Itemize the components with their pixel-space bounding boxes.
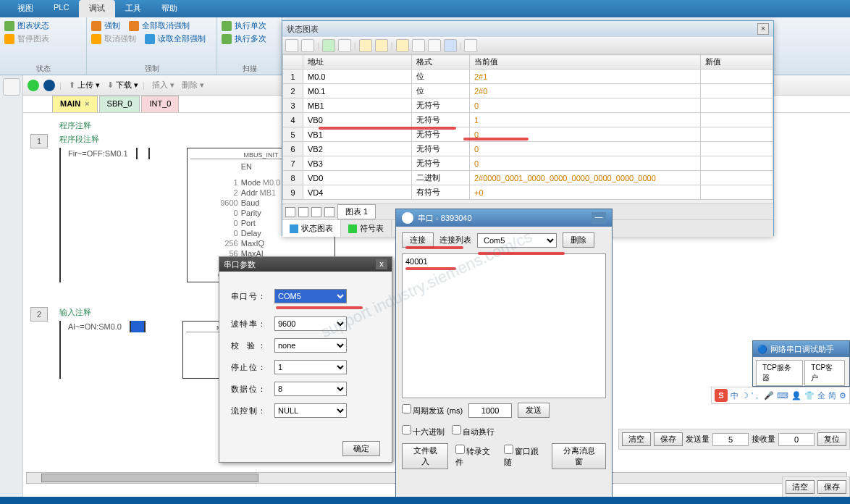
contact-1[interactable] [136,148,150,159]
read-force-btn[interactable]: 读取全部强制 [158,33,206,44]
flow-select[interactable]: NULL [274,403,347,418]
col-newvalue[interactable]: 新值 [701,55,773,70]
close-icon[interactable]: × [85,99,89,108]
save-button[interactable]: 保存 [654,432,683,446]
reset-button[interactable]: 复位 [817,432,846,446]
table-row[interactable]: 9VD4有符号+0 [283,185,773,200]
period-input[interactable] [468,403,512,418]
run-icon[interactable] [28,80,39,91]
tb-btn[interactable] [464,39,477,52]
tab-status-chart[interactable]: 状态图表 [282,220,341,237]
table-row[interactable]: 6VB2无符号0 [283,142,773,156]
stop-icon[interactable] [43,80,55,91]
ime-toolbar[interactable]: S 中 ☽ '， 🎤 ⌨ 👤 👕 全 简 ⚙ [711,387,850,404]
connect-button[interactable]: 连接 [402,232,434,248]
ime-zhong[interactable]: 中 [731,390,739,401]
data-select[interactable]: 8 [274,382,347,396]
unforce-btn[interactable]: 取消强制 [104,33,136,44]
upload-btn[interactable]: ⬆ 上传 ▾ [66,80,100,91]
col-addr[interactable]: 地址 [303,55,412,70]
tb-btn[interactable] [338,39,351,52]
ime-comma[interactable]: '， [752,390,761,401]
delete-button[interactable]: 删除 [563,232,594,248]
menu-view[interactable]: 视图 [7,0,43,17]
lock-icon[interactable] [396,39,409,52]
col-value[interactable]: 当前值 [470,55,701,70]
col-rowno[interactable] [283,55,303,70]
clear-button-2[interactable]: 清空 [786,480,815,494]
menu-tools[interactable]: 工具 [115,0,151,17]
autowrap-check[interactable]: 自动换行 [452,425,495,437]
rail-btn-1[interactable] [3,78,20,96]
prev-icon[interactable] [298,207,308,217]
tab-tcp-server[interactable]: TCP服务器 [756,360,803,386]
menu-help[interactable]: 帮助 [151,0,188,17]
split-msg-button[interactable]: 分离消息窗 [552,443,606,469]
menu-debug[interactable]: 调试 [79,0,115,17]
tb-btn[interactable] [285,39,298,52]
save-button-2[interactable]: 保存 [817,480,846,494]
record-file-check[interactable]: 转录文件 [455,445,497,468]
conn-list-select[interactable]: Com5 [477,233,557,248]
period-send-check[interactable]: 周期发送 (ms) [402,404,463,416]
table-row[interactable]: 2M0.1位2#0 [283,84,773,98]
tb-btn[interactable] [444,39,457,52]
tb-btn[interactable] [428,39,441,52]
single-scan-btn[interactable]: 执行单次 [235,20,266,31]
chart-tab-1[interactable]: 图表 1 [337,204,376,219]
tab-main[interactable]: MAIN× [52,96,98,112]
keyboard-icon[interactable]: ⌨ [777,391,788,400]
table-row[interactable]: 4VB0无符号1 [283,113,773,127]
tab-symbol-table[interactable]: 符号表 [341,220,392,237]
sogou-icon[interactable]: S [715,389,728,402]
send-button[interactable]: 发送 [518,403,550,418]
menu-plc[interactable]: PLC [43,0,79,17]
unforce-all-btn[interactable]: 全部取消强制 [142,20,190,31]
baud-select[interactable]: 9600 [274,316,347,331]
insert-btn[interactable]: 插入 ▾ [152,80,174,91]
serial-log[interactable]: 40001 [402,253,606,398]
person-icon[interactable]: 👤 [791,391,801,400]
mic-icon[interactable]: 🎤 [764,391,774,400]
tab-sbr0[interactable]: SBR_0 [99,96,140,112]
multi-scan-btn[interactable]: 执行多次 [235,33,266,44]
ok-button[interactable]: 确定 [342,441,380,456]
close-icon[interactable]: x [376,259,387,269]
pause-chart-btn[interactable]: 暂停图表 [17,33,49,44]
stop-select[interactable]: 1 [274,360,347,374]
contact-2-on[interactable] [130,321,146,332]
force-btn[interactable]: 强制 [104,20,120,31]
shirt-icon[interactable]: 👕 [804,391,815,400]
close-icon[interactable]: × [757,23,769,35]
clear-button[interactable]: 清空 [622,432,651,446]
pencil-icon[interactable] [375,39,388,52]
table-row[interactable]: 1M0.0位2#1 [283,70,773,84]
follow-win-check[interactable]: 窗口跟随 [504,445,545,468]
load-file-button[interactable]: 文件载入 [402,443,448,469]
tab-tcp-client[interactable]: TCP客户 [804,360,845,386]
chart-status-btn[interactable]: 图表状态 [17,20,49,31]
table-row[interactable]: 8VD0二进制2#0000_0001_0000_0000_0000_0000_0… [283,171,773,185]
tb-btn[interactable] [301,39,314,52]
minimize-icon[interactable]: — [592,212,606,224]
col-format[interactable]: 格式 [412,55,470,70]
hex-check[interactable]: 十六进制 [402,425,445,437]
next-icon[interactable] [311,207,321,217]
table-row[interactable]: 3MB1无符号0 [283,98,773,113]
play-icon[interactable] [322,39,335,52]
tb-btn[interactable] [359,39,372,52]
ime-quan[interactable]: 全 [817,390,825,401]
last-icon[interactable] [324,207,334,217]
force-icon [91,21,101,31]
table-row[interactable]: 7VB3无符号0 [283,156,773,171]
first-icon[interactable] [285,207,295,217]
delete-btn[interactable]: 删除 ▾ [182,80,204,91]
tb-btn[interactable] [412,39,425,52]
ime-jian[interactable]: 简 [828,390,836,401]
gear-icon[interactable]: ⚙ [839,391,846,400]
tab-int0[interactable]: INT_0 [141,96,179,112]
port-select[interactable]: COM5 [274,289,347,303]
moon-icon[interactable]: ☽ [741,391,749,400]
parity-select[interactable]: none [274,338,347,353]
download-btn[interactable]: ⬇ 下载 ▾ [104,80,138,91]
